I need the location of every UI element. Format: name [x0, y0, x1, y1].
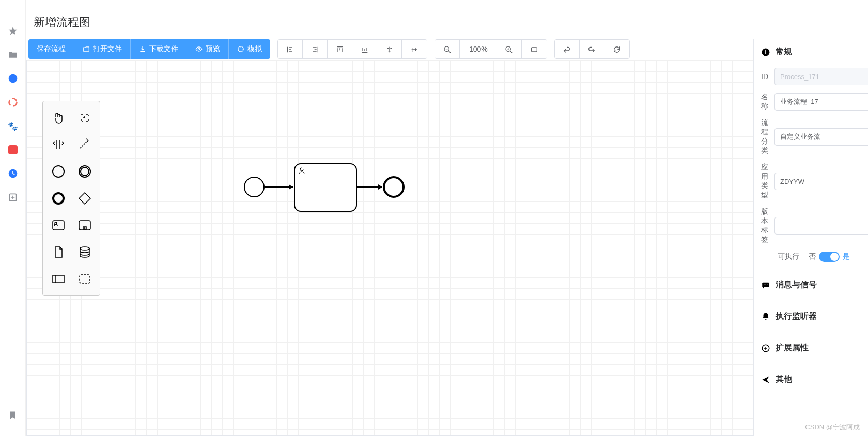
open-button[interactable]: 打开文件 — [74, 39, 131, 59]
id-label: ID — [761, 72, 774, 81]
red-app-icon[interactable] — [8, 145, 18, 155]
svg-point-20 — [244, 177, 264, 197]
preview-button[interactable]: 预览 — [187, 39, 229, 59]
data-store-tool[interactable] — [71, 239, 98, 266]
data-object-tool[interactable] — [45, 239, 71, 266]
save-button[interactable]: 保存流程 — [28, 39, 74, 59]
executable-switch[interactable] — [819, 252, 840, 262]
svg-rect-23 — [295, 164, 357, 211]
end-event-tool[interactable] — [45, 185, 71, 212]
space-tool[interactable] — [45, 131, 71, 158]
apptype-label: 应用类型 — [761, 163, 774, 200]
left-sidebar: 🐾 — [0, 0, 26, 436]
bookmark-icon[interactable] — [8, 410, 18, 421]
svg-rect-18 — [53, 275, 64, 283]
section-general[interactable]: i 常规 — [761, 46, 868, 57]
download-button[interactable]: 下载文件 — [131, 39, 187, 59]
lasso-tool[interactable] — [71, 104, 98, 131]
subprocess-tool[interactable] — [71, 212, 98, 239]
svg-point-9 — [53, 166, 64, 177]
id-input — [774, 68, 868, 85]
align-bottom-button[interactable] — [352, 40, 377, 59]
apptype-input[interactable] — [774, 173, 868, 190]
gateway-tool[interactable] — [71, 185, 98, 212]
svg-marker-22 — [289, 184, 293, 190]
section-other[interactable]: 其他 — [761, 374, 868, 385]
category-select[interactable] — [774, 128, 868, 146]
versiontag-input[interactable] — [774, 217, 868, 235]
hand-tool[interactable] — [45, 104, 71, 131]
zoom-level: 100% — [460, 40, 497, 58]
intermediate-event-tool[interactable] — [71, 158, 98, 185]
category-label: 流程分类 — [761, 118, 774, 155]
section-extension[interactable]: 扩展属性 — [761, 342, 868, 353]
svg-point-32 — [765, 284, 766, 285]
color-circle-icon[interactable] — [8, 97, 18, 107]
connect-tool[interactable] — [71, 131, 98, 158]
plus-box-icon[interactable] — [8, 192, 18, 203]
svg-text:i: i — [765, 49, 767, 55]
align-right-button[interactable] — [303, 40, 328, 59]
svg-rect-8 — [531, 48, 537, 52]
undo-button[interactable] — [555, 40, 580, 59]
name-label: 名称 — [761, 92, 774, 111]
align-center-h-button[interactable] — [377, 40, 402, 59]
properties-panel: i 常规 ID 名称 流程分类 应用类型 — [753, 39, 868, 436]
paw-icon[interactable]: 🐾 — [8, 121, 18, 131]
toolbar: 保存流程 打开文件 下载文件 预览 — [26, 39, 753, 59]
start-event-tool[interactable] — [45, 158, 71, 185]
bpmn-canvas[interactable] — [26, 60, 753, 436]
simulate-button[interactable]: 模拟 — [229, 39, 270, 59]
svg-marker-26 — [378, 184, 382, 190]
svg-point-33 — [767, 284, 768, 285]
section-message[interactable]: 消息与信号 — [761, 279, 868, 290]
palette — [42, 101, 100, 296]
star-icon[interactable] — [8, 26, 18, 36]
user-task-tool[interactable] — [45, 212, 71, 239]
svg-point-0 — [8, 74, 17, 83]
svg-point-27 — [384, 177, 404, 197]
align-left-button[interactable] — [278, 40, 303, 59]
zoom-fit-button[interactable] — [522, 40, 547, 59]
page-title: 新增流程图 — [26, 0, 868, 39]
name-input[interactable] — [774, 93, 868, 111]
versiontag-label: 版本标签 — [761, 207, 774, 244]
bpmn-diagram[interactable] — [244, 161, 420, 223]
svg-point-4 — [198, 48, 200, 50]
svg-point-1 — [9, 99, 17, 106]
section-listener[interactable]: 执行监听器 — [761, 311, 868, 322]
zoom-out-button[interactable] — [435, 40, 460, 59]
folder-icon[interactable] — [8, 50, 18, 60]
group-tool[interactable] — [71, 266, 98, 292]
zoom-in-button[interactable] — [497, 40, 522, 59]
chat-blue-icon[interactable] — [8, 73, 18, 84]
align-center-v-button[interactable] — [402, 40, 427, 59]
svg-point-31 — [764, 284, 765, 285]
redo-button[interactable] — [580, 40, 605, 59]
svg-point-17 — [80, 247, 89, 250]
participant-tool[interactable] — [45, 266, 71, 292]
executable-label: 可执行 — [761, 252, 805, 261]
svg-point-11 — [81, 167, 89, 176]
watermark: CSDN @宁波阿成 — [805, 423, 860, 432]
clock-icon[interactable] — [8, 168, 18, 179]
svg-rect-19 — [80, 275, 90, 283]
align-top-button[interactable] — [328, 40, 352, 59]
svg-point-12 — [53, 193, 64, 204]
refresh-button[interactable] — [605, 40, 629, 59]
